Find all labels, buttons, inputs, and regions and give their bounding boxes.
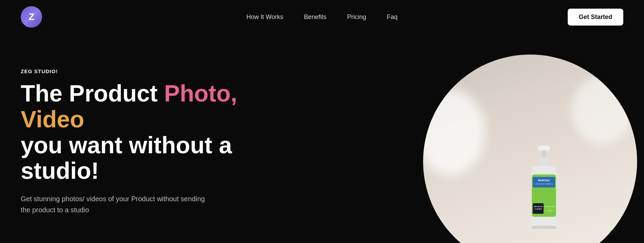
nav-benefits[interactable]: Benefits (304, 13, 326, 21)
svg-text:CLEANER: CLEANER (546, 210, 553, 212)
hero-title-line2: you want without a studio! (21, 132, 232, 184)
hero-title: The Product Photo, Video you want withou… (21, 80, 297, 184)
svg-rect-7 (543, 150, 546, 157)
nav-how-it-works[interactable]: How It Works (246, 13, 283, 21)
logo-circle: Z (21, 6, 42, 28)
studio-label: ZEG STUDIO! (21, 68, 297, 74)
nav-links: How It Works Benefits Pricing Faq (246, 13, 398, 21)
svg-text:DISINFECTION: DISINFECTION (545, 206, 555, 207)
leaf-right-icon (596, 217, 630, 243)
get-started-button[interactable]: Get Started (568, 9, 623, 26)
svg-text:MoRONZ: MoRONZ (538, 179, 550, 182)
leaf-left-icon (433, 220, 461, 243)
svg-rect-9 (540, 157, 548, 166)
nav-pricing[interactable]: Pricing (347, 13, 366, 21)
navbar: Z How It Works Benefits Pricing Faq Get … (0, 0, 644, 34)
hero-section: ZEG STUDIO! The Product Photo, Video you… (0, 34, 644, 243)
hero-image-container: MoRONZ + HEALTHY HOMES + BATHROOM CLEANE… (382, 55, 623, 243)
nav-faq[interactable]: Faq (387, 13, 398, 21)
hero-title-part1: The Product (21, 80, 164, 106)
svg-rect-8 (538, 146, 550, 150)
svg-text:+ HEALTHY HOMES +: + HEALTHY HOMES + (535, 183, 553, 185)
logo-letter: Z (29, 11, 34, 22)
product-bottle: MoRONZ + HEALTHY HOMES + BATHROOM CLEANE… (509, 144, 578, 243)
hero-subtitle: Get stunning photos/ videos of your Prod… (21, 193, 214, 215)
fluffy-decoration-left (423, 89, 485, 175)
fluffy-decoration-right (572, 75, 634, 144)
product-circle-bg: MoRONZ + HEALTHY HOMES + BATHROOM CLEANE… (423, 55, 637, 243)
hero-title-video: Video (21, 106, 84, 132)
svg-text:BATHROOM: BATHROOM (534, 206, 543, 207)
svg-rect-23 (532, 226, 556, 229)
hero-content: ZEG STUDIO! The Product Photo, Video you… (21, 55, 297, 215)
logo[interactable]: Z (21, 6, 42, 28)
svg-text:CLEANER: CLEANER (535, 208, 542, 210)
hero-title-photo: Photo, (164, 80, 237, 106)
